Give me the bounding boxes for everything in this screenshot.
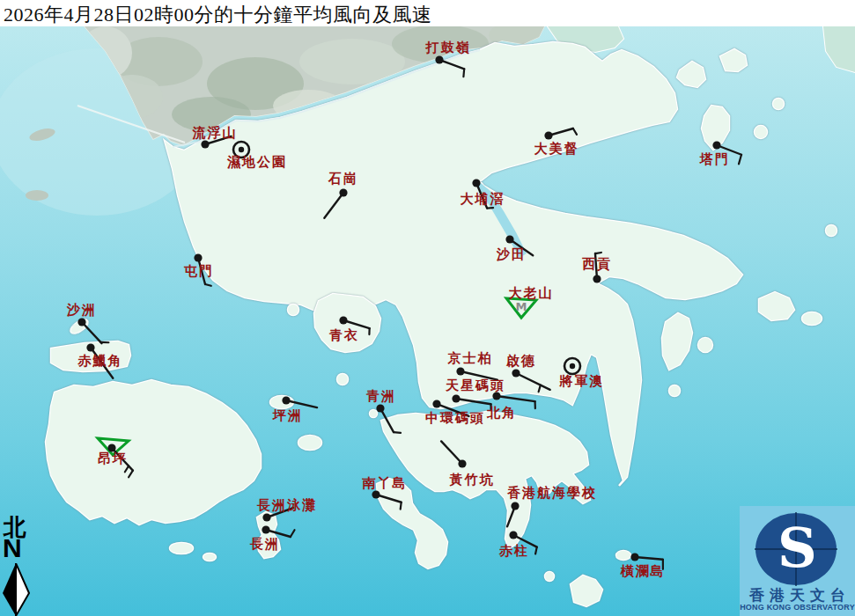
wind-map-app: M 打鼓嶺流浮山濕地公園石崗大美督塔門大埔滘沙田西貢大老山屯門沙洲赤鱲角青衣京士… xyxy=(0,0,855,616)
station-dot xyxy=(435,55,443,63)
station-dot xyxy=(194,253,202,261)
station-dot xyxy=(339,316,347,324)
map-title: 2026年4月28日02時00分的十分鐘平均風向及風速 xyxy=(4,2,432,28)
north-letter-label: N xyxy=(3,535,22,561)
land-ap-chau xyxy=(755,126,767,138)
land-islet-ne xyxy=(773,99,784,109)
station-dot xyxy=(239,147,244,152)
station-dot xyxy=(712,141,720,149)
station-dot xyxy=(372,490,380,498)
wind-barb-tick xyxy=(401,502,402,510)
station-dot xyxy=(492,392,500,400)
station-dot xyxy=(509,531,517,539)
land-islet-south xyxy=(545,572,554,581)
station-dot xyxy=(339,188,347,196)
deep-bay-islet xyxy=(26,190,48,201)
north-arrow-icon xyxy=(1,563,31,616)
missing-data-m: M xyxy=(516,300,527,313)
station-dot xyxy=(570,363,575,369)
hko-monogram: S xyxy=(740,511,855,585)
station-dot xyxy=(262,525,269,533)
station-dot xyxy=(458,459,466,467)
land-kau-yi-chau xyxy=(337,374,348,385)
land-waglan xyxy=(616,551,630,560)
station-dot xyxy=(512,369,520,377)
station-dot xyxy=(262,513,270,521)
wind-barb-tick xyxy=(394,432,401,433)
station-dot xyxy=(86,343,94,351)
land-green-island xyxy=(370,410,377,417)
station-dot xyxy=(376,404,384,412)
station-dot xyxy=(472,179,480,187)
land-basalt-island xyxy=(802,312,822,325)
station-dot xyxy=(282,396,290,404)
station-dot xyxy=(544,131,552,139)
station-dot xyxy=(201,140,209,148)
land-ma-wan xyxy=(288,304,299,315)
land-hei-ling-chau xyxy=(299,436,321,450)
land-jin-island xyxy=(698,338,712,352)
wind-barb-tick xyxy=(463,69,464,77)
station-dot xyxy=(593,275,601,282)
compass-north: 北 N xyxy=(0,514,39,616)
land-soko-islands xyxy=(170,543,193,554)
land-islet-east xyxy=(826,225,837,236)
station-dot xyxy=(505,235,513,243)
hko-logo: S 香港天文台 HONG KONG OBSERVATORY xyxy=(740,506,855,616)
station-dot xyxy=(107,444,115,451)
land-soko-islet xyxy=(203,554,216,561)
station-dot xyxy=(432,400,440,407)
station-dot xyxy=(630,553,638,561)
station-dot xyxy=(452,394,460,402)
station-dot xyxy=(456,367,464,375)
land-shelter-island xyxy=(669,385,680,396)
station-dot xyxy=(511,502,519,510)
hko-name-english: HONG KONG OBSERVATORY xyxy=(740,603,855,612)
wind-barb-tick xyxy=(595,253,601,253)
station-dot xyxy=(77,318,85,326)
hong-kong-map: M xyxy=(0,0,855,616)
title-bar: 2026年4月28日02時00分的十分鐘平均風向及風速 xyxy=(0,0,855,26)
